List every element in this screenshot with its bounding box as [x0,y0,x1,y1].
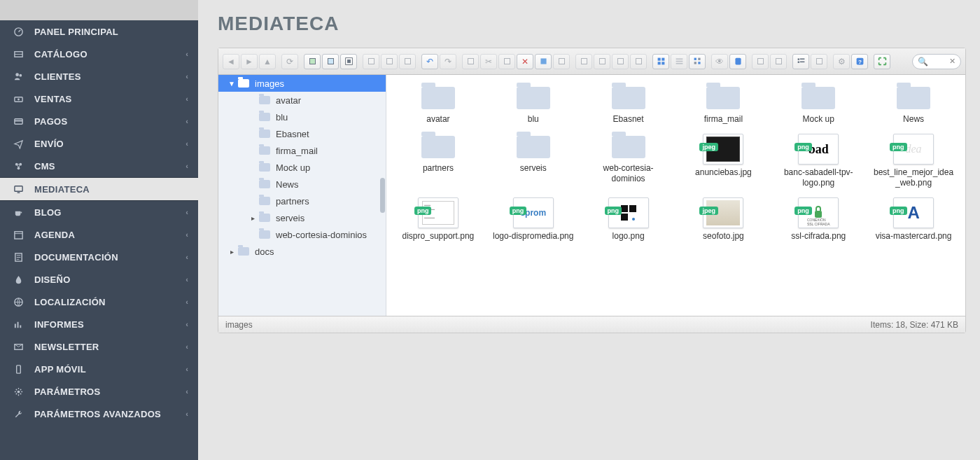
preview-button[interactable]: 👁 [711,54,728,69]
tree-item-web-cortesia-dominios[interactable]: web-cortesia-dominios [218,226,386,243]
settings-icons-button[interactable] [792,54,809,69]
search-box[interactable]: 🔍 ✕ [912,54,961,69]
file-item[interactable]: blu [486,82,581,127]
pref-button[interactable]: ⚙ [833,54,850,69]
drop-icon [10,274,26,285]
sidebar-item-localización[interactable]: LOCALIZACIÓN‹ [0,291,198,313]
sidebar-item-clientes[interactable]: CLIENTES‹ [0,65,198,88]
file-item[interactable]: avatar [391,82,486,127]
empty-button[interactable] [535,54,552,69]
back-button[interactable]: ◄ [223,54,239,69]
file-item[interactable]: web-cortesia-dominios [581,131,676,190]
sidebar-item-newsletter[interactable]: NEWSLETTER‹ [0,335,198,358]
tree-item-mock-up[interactable]: Mock up [218,159,386,176]
help-button[interactable]: ? [851,54,868,69]
file-item[interactable]: firma_mail [676,82,771,127]
settings-alt-button[interactable] [811,54,827,69]
sidebar-item-documentación[interactable]: DOCUMENTACIÓN‹ [0,246,198,268]
file-item[interactable]: pnglogo.png [581,195,676,244]
reload-button[interactable]: ⟳ [281,54,298,69]
paste-button[interactable] [498,54,515,69]
file-manager: ◄ ► ▲ ⟳ ↶ ↷ ✂ [218,48,966,333]
svg-rect-16 [16,365,20,372]
folder-tree[interactable]: ▼imagesavatarbluEbasnetfirma_mailMock up… [218,75,386,316]
file-item[interactable]: serveis [486,131,581,190]
tree-item-news[interactable]: News [218,176,386,193]
tree-item-blu[interactable]: blu [218,109,386,125]
view-icons-button[interactable] [652,54,669,69]
info-button[interactable] [729,54,746,69]
upload-button[interactable] [340,54,357,69]
new-folder-button[interactable] [304,54,321,69]
file-item[interactable]: Ebasnet [581,82,676,127]
forward-button[interactable]: ► [241,54,258,69]
sort-button[interactable] [553,54,570,69]
clear-search-icon[interactable]: ✕ [949,57,955,66]
delete-button[interactable]: ✕ [517,54,533,69]
copy-button[interactable] [462,54,479,69]
sidebar-item-parámetros-avanzados[interactable]: PARÁMETROS AVANZADOS‹ [0,403,198,425]
edit-button[interactable] [612,54,629,69]
download-button[interactable] [381,54,398,69]
tree-item-images[interactable]: ▼images [218,75,386,92]
tree-scrollbar[interactable] [380,178,385,213]
file-item[interactable]: pngAvisa-mastercard.png [866,195,961,244]
file-item[interactable]: partners [391,131,486,190]
sidebar-item-ventas[interactable]: VENTAS‹ [0,88,198,110]
file-item[interactable]: jpegseofoto.jpg [676,195,771,244]
select-none-button[interactable] [770,54,787,69]
open-button[interactable] [363,54,379,69]
sidebar-item-panel-principal[interactable]: PANEL PRINCIPAL [0,20,198,43]
view-list-button[interactable] [671,54,687,69]
tree-item-label: docs [255,246,274,257]
sidebar-item-agenda[interactable]: AGENDA‹ [0,223,198,246]
file-item[interactable]: png━━━━━━━━━━━━━━━━dispro_support.png [391,195,486,244]
redo-button[interactable]: ↷ [440,54,456,69]
file-grid[interactable]: avatarbluEbasnetfirma_mailMock upNewspar… [386,75,965,316]
sidebar-item-parámetros[interactable]: PARÁMETROS‹ [0,380,198,403]
svg-text:?: ? [858,59,862,65]
file-item[interactable]: jpeganunciebas.jpg [676,131,771,190]
tree-item-partners[interactable]: partners [218,193,386,209]
sidebar-item-app-móvil[interactable]: APP MÓVIL‹ [0,358,198,380]
sidebar-item-catálogo[interactable]: CATÁLOGO‹ [0,43,198,65]
file-item[interactable]: pngspromlogo-dispromedia.png [486,195,581,244]
card-icon [10,116,26,127]
file-item[interactable]: pngCONEXIÓNSSL CIFRADAssl-cifrada.png [771,195,866,244]
file-item[interactable]: Mock up [771,82,866,127]
duplicate-button[interactable] [575,54,592,69]
tree-item-docs[interactable]: ▸docs [218,243,386,260]
tree-item-firma_mail[interactable]: firma_mail [218,142,386,159]
tree-item-serveis[interactable]: ▸serveis [218,209,386,226]
chevron-left-icon: ‹ [186,320,188,328]
folder-thumb [895,85,932,111]
sidebar-item-mediateca[interactable]: MEDIATECA [0,178,198,200]
resize-button[interactable] [630,54,647,69]
undo-button[interactable]: ↶ [421,54,438,69]
sidebar-item-diseño[interactable]: DISEÑO‹ [0,268,198,291]
sidebar-item-cms[interactable]: CMS‹ [0,155,198,177]
rename-button[interactable] [594,54,610,69]
view-sort-button[interactable] [689,54,706,69]
getlink-button[interactable] [399,54,416,69]
svg-rect-24 [676,58,682,60]
new-file-button[interactable] [322,54,339,69]
sidebar-item-envío[interactable]: ENVÍO‹ [0,132,198,155]
file-item[interactable]: pngbadbanc-sabadell-tpv-logo.png [771,131,866,190]
chevron-left-icon: ‹ [186,253,188,261]
cut-button[interactable]: ✂ [480,54,497,69]
sidebar-item-informes[interactable]: INFORMES‹ [0,313,198,335]
file-item[interactable]: pngdeabest_line_mejor_idea_web.png [866,131,961,190]
tree-item-avatar[interactable]: avatar [218,92,386,109]
select-all-button[interactable] [752,54,769,69]
sidebar-item-pagos[interactable]: PAGOS‹ [0,110,198,132]
svg-rect-19 [540,58,546,64]
up-button[interactable]: ▲ [259,54,276,69]
chevron-left-icon: ‹ [186,139,188,148]
sidebar-item-blog[interactable]: BLOG‹ [0,201,198,223]
tree-item-ebasnet[interactable]: Ebasnet [218,125,386,142]
fullscreen-button[interactable] [874,54,890,69]
svg-rect-27 [694,58,696,60]
folder-icon [259,113,270,121]
file-item[interactable]: News [866,82,961,127]
